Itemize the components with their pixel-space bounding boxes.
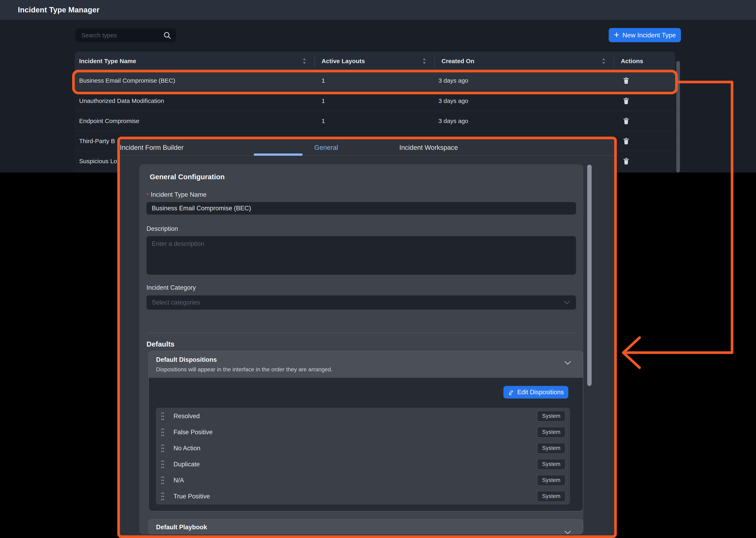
disposition-label: True Positive — [173, 493, 537, 500]
default-dispositions-title: Default Dispositions — [156, 356, 217, 363]
annotation-arrowhead — [623, 338, 639, 368]
search-icon — [163, 31, 171, 40]
description-placeholder: Enter a description — [152, 240, 204, 247]
drag-handle-icon[interactable] — [161, 412, 165, 420]
disposition-label: N/A — [173, 477, 537, 484]
modal-tab[interactable]: General — [314, 139, 338, 156]
default-dispositions-subtitle: Dispositions will appear in the interfac… — [156, 366, 333, 373]
sort-arrows-icon — [602, 58, 606, 64]
system-badge: System — [537, 411, 565, 422]
disposition-row: N/A System — [156, 472, 570, 488]
incident-category-select[interactable]: Select categories — [147, 296, 576, 310]
cell-created-on: 3 days ago — [439, 77, 614, 84]
disposition-row: Duplicate System — [156, 456, 570, 472]
page-title: Incident Type Manager — [18, 6, 99, 14]
table-column-header[interactable]: Active Layouts — [314, 52, 434, 71]
default-playbook-panel[interactable]: Default Playbook — [148, 519, 583, 534]
system-badge: System — [537, 427, 565, 438]
disposition-label: Duplicate — [173, 461, 537, 468]
description-textarea[interactable]: Enter a description — [147, 236, 576, 275]
top-bar: Incident Type Manager — [0, 0, 756, 20]
trash-icon — [623, 118, 629, 124]
delete-row-button[interactable] — [622, 116, 631, 126]
trash-icon — [623, 77, 629, 84]
modal-tab-bar: General Incident Workspace Incident Form… — [120, 139, 614, 156]
incident-category-label: Incident Category — [147, 284, 196, 291]
chevron-down-icon — [564, 301, 570, 304]
cell-active-layouts: 1 — [322, 118, 434, 125]
drag-handle-icon[interactable] — [161, 476, 165, 485]
section-title-general-configuration: General Configuration — [150, 173, 225, 181]
section-title-defaults: Defaults — [147, 340, 174, 348]
incident-type-name-label: *Incident Type Name — [147, 191, 207, 198]
cell-incident-type-name: Endpoint Compromise — [79, 118, 314, 125]
delete-row-button[interactable] — [622, 96, 631, 105]
dispositions-list: Resolved System False Positive System No… — [156, 408, 570, 505]
drag-handle-icon[interactable] — [161, 444, 165, 453]
modal-scrollbar-thumb[interactable] — [587, 165, 591, 386]
disposition-row: True Positive System — [156, 488, 570, 504]
cell-incident-type-name: Unauthorized Data Modification — [79, 97, 314, 104]
sort-arrows-icon — [302, 58, 307, 64]
table-row[interactable]: Endpoint Compromise 1 3 days ago — [75, 111, 675, 131]
general-configuration-card: General Configuration *Incident Type Nam… — [139, 164, 583, 535]
modal-tab[interactable]: Incident Form Builder — [120, 139, 184, 156]
screen: Incident Type Manager Search types + New… — [0, 0, 756, 538]
disposition-label: False Positive — [173, 429, 537, 436]
cell-created-on: 3 days ago — [439, 118, 614, 125]
drag-handle-icon[interactable] — [161, 460, 165, 468]
drag-handle-icon[interactable] — [161, 492, 165, 501]
description-label: Description — [147, 225, 178, 233]
disposition-row: No Action System — [156, 440, 570, 456]
table-scrollbar-thumb[interactable] — [676, 61, 680, 173]
disposition-row: False Positive System — [156, 424, 570, 440]
default-playbook-title: Default Playbook — [156, 523, 207, 531]
system-badge: System — [537, 491, 565, 502]
new-incident-type-button[interactable]: + New Incident Type — [609, 28, 681, 42]
delete-row-button[interactable] — [622, 156, 631, 166]
trash-icon — [623, 97, 629, 104]
table-column-header[interactable]: Incident Type Name — [75, 52, 314, 71]
cell-active-layouts: 1 — [322, 97, 434, 104]
collapse-chevron-icon[interactable] — [563, 360, 572, 365]
trash-icon — [623, 158, 629, 164]
system-badge: System — [537, 459, 565, 470]
incident-type-detail-modal: General Incident Workspace Incident Form… — [117, 136, 617, 538]
disposition-label: No Action — [173, 445, 537, 452]
incident-type-name-input[interactable] — [147, 202, 576, 215]
system-badge: System — [537, 443, 565, 454]
default-dispositions-body: Edit Dispositions Resolved System False … — [149, 378, 583, 511]
drag-handle-icon[interactable] — [161, 428, 165, 437]
edit-dispositions-button[interactable]: Edit Dispositions — [503, 386, 568, 399]
cell-active-layouts: 1 — [322, 77, 434, 84]
active-tab-indicator — [254, 153, 303, 156]
table-column-header[interactable]: Actions — [614, 52, 675, 71]
collapse-chevron-icon[interactable] — [563, 530, 572, 534]
search-placeholder: Search types — [81, 32, 163, 39]
cell-incident-type-name: Business Email Compromise (BEC) — [79, 77, 314, 84]
default-dispositions-header[interactable]: Default Dispositions Dispositions will a… — [149, 351, 583, 378]
pencil-edit-icon — [508, 389, 514, 396]
plus-icon: + — [614, 30, 619, 39]
cell-created-on: 3 days ago — [439, 97, 614, 104]
section-divider — [147, 333, 576, 333]
trash-icon — [623, 137, 629, 144]
delete-row-button[interactable] — [622, 136, 631, 145]
disposition-row: Resolved System — [156, 408, 570, 424]
search-input[interactable]: Search types — [76, 28, 176, 42]
default-dispositions-panel: Default Dispositions Dispositions will a… — [148, 351, 583, 511]
system-badge: System — [537, 475, 565, 486]
disposition-label: Resolved — [173, 412, 537, 420]
table-column-header[interactable]: Created On — [434, 52, 614, 71]
delete-row-button[interactable] — [622, 76, 631, 85]
required-asterisk: * — [147, 192, 149, 198]
modal-tab[interactable]: Incident Workspace — [399, 139, 458, 156]
category-placeholder: Select categories — [152, 299, 564, 306]
new-incident-type-label: New Incident Type — [623, 31, 676, 39]
table-row[interactable]: Business Email Compromise (BEC) 1 3 days… — [75, 71, 675, 90]
table-header-row: Incident Type Name Active Layouts Create… — [75, 52, 675, 71]
sort-arrows-icon — [422, 58, 426, 64]
table-row[interactable]: Unauthorized Data Modification 1 3 days … — [75, 90, 675, 111]
